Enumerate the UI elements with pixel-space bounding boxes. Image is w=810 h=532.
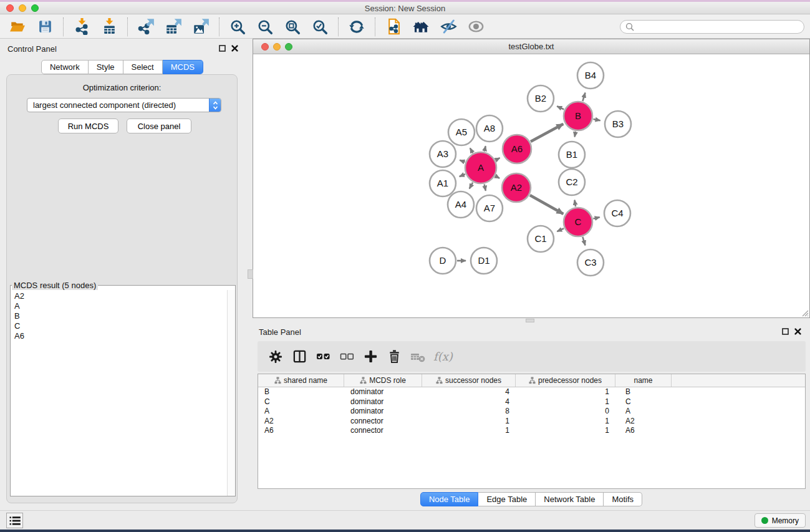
graph-node-C2[interactable]: C2	[559, 169, 585, 195]
delete-table-button[interactable]	[406, 346, 430, 368]
graph-edge-A-A1[interactable]	[460, 174, 465, 177]
table-cell[interactable]: 4	[422, 387, 516, 397]
select-all-columns-button[interactable]	[311, 346, 335, 368]
panel-splitter-handle[interactable]	[526, 319, 534, 322]
table-cell[interactable]: C	[258, 397, 344, 407]
table-cell[interactable]: 0	[516, 407, 615, 417]
column-header-shared-name[interactable]: shared name	[258, 374, 344, 387]
close-panel-icon[interactable]	[794, 328, 801, 335]
table-cell[interactable]: 1	[516, 417, 615, 427]
graph-edge-C-C2[interactable]	[575, 200, 576, 207]
graph-edge-B-B1[interactable]	[575, 132, 576, 137]
graph-edge-A2-C[interactable]	[530, 195, 564, 214]
graph-edge-A-A7[interactable]	[485, 184, 486, 190]
graph-node-A1[interactable]: A1	[430, 170, 456, 196]
mcds-result-item[interactable]: B	[11, 311, 227, 321]
show-columns-button[interactable]	[287, 346, 311, 368]
zoom-fit-button[interactable]	[279, 16, 306, 37]
float-panel-icon[interactable]	[782, 328, 789, 335]
table-cell[interactable]: 8	[422, 407, 516, 417]
table-options-button[interactable]	[264, 346, 287, 368]
result-list-scrollbar[interactable]	[227, 290, 235, 496]
close-panel-icon[interactable]	[231, 45, 238, 52]
table-cell[interactable]: 1	[422, 426, 516, 436]
tab-network[interactable]: Network	[41, 60, 89, 74]
table-row[interactable]: A6connector11A6	[258, 426, 805, 436]
delete-rows-button[interactable]	[382, 346, 406, 368]
graph-edge-A-A6[interactable]	[496, 158, 500, 160]
tab-mcds[interactable]: MCDS	[163, 60, 203, 74]
table-cell[interactable]: C	[615, 397, 672, 407]
resize-grip-icon[interactable]	[801, 309, 809, 317]
graph-edge-C-C1[interactable]	[557, 228, 564, 231]
graph-node-A[interactable]: A	[465, 152, 496, 183]
import-table-button[interactable]	[95, 16, 123, 37]
graph-node-A4[interactable]: A4	[448, 191, 474, 218]
graph-node-A6[interactable]: A6	[503, 135, 531, 163]
save-session-button[interactable]	[31, 16, 59, 37]
graph-edge-B-B4[interactable]	[582, 93, 585, 101]
graph-node-C[interactable]: C	[564, 208, 592, 236]
table-cell[interactable]: A2	[615, 417, 672, 427]
graph-edge-A-A2[interactable]	[496, 176, 500, 178]
add-row-button[interactable]	[359, 346, 382, 368]
column-header-name[interactable]: name	[615, 374, 672, 387]
table-cell[interactable]: dominator	[344, 407, 422, 417]
graph-edge-B-B2[interactable]	[557, 106, 564, 109]
graph-edge-A-A8[interactable]	[485, 146, 486, 151]
table-cell[interactable]: 1	[516, 426, 615, 436]
import-network-button[interactable]	[68, 16, 95, 37]
table-row[interactable]: Cdominator41C	[258, 397, 805, 407]
table-cell[interactable]: A6	[258, 426, 344, 436]
table-tab-network-table[interactable]: Network Table	[536, 492, 604, 506]
table-cell[interactable]: A	[258, 407, 344, 417]
column-header-successor-nodes[interactable]: successor nodes	[422, 374, 516, 387]
network-from-file-button[interactable]	[380, 16, 407, 37]
run-mcds-button[interactable]: Run MCDS	[58, 118, 118, 133]
graph-node-A3[interactable]: A3	[430, 141, 456, 167]
graph-node-C4[interactable]: C4	[604, 200, 630, 226]
column-header-predecessor-nodes[interactable]: predecessor nodes	[516, 374, 615, 387]
zoom-selected-button[interactable]	[306, 16, 334, 37]
table-cell[interactable]: 1	[422, 417, 516, 427]
table-tab-motifs[interactable]: Motifs	[604, 492, 642, 506]
graph-node-D[interactable]: D	[430, 248, 456, 274]
close-panel-button[interactable]: Close panel	[127, 118, 191, 133]
criterion-select[interactable]: largest connected component (directed)	[27, 98, 221, 112]
table-row[interactable]: Bdominator41B	[258, 387, 805, 397]
table-cell[interactable]: 4	[422, 397, 516, 407]
mcds-result-item[interactable]: A2	[11, 291, 227, 301]
table-cell[interactable]: dominator	[344, 397, 422, 407]
table-row[interactable]: Adominator80A	[258, 407, 805, 417]
graph-node-B3[interactable]: B3	[605, 111, 631, 137]
function-builder-button[interactable]: f(x)	[433, 350, 453, 363]
mcds-result-item[interactable]: C	[11, 321, 227, 331]
table-cell[interactable]: A	[615, 407, 672, 417]
graph-edge-C-C4[interactable]	[593, 217, 599, 218]
table-cell[interactable]: connector	[344, 417, 422, 427]
graph-node-C1[interactable]: C1	[528, 226, 554, 252]
export-image-button[interactable]	[187, 16, 215, 37]
graph-node-A2[interactable]: A2	[502, 173, 531, 202]
task-history-button[interactable]	[6, 513, 23, 528]
graph-node-D1[interactable]: D1	[471, 248, 497, 274]
search-box[interactable]	[620, 20, 804, 34]
graph-node-B[interactable]: B	[564, 102, 592, 130]
memory-button[interactable]: Memory	[755, 513, 806, 528]
graph-node-B2[interactable]: B2	[528, 85, 554, 112]
graph-edge-A-A3[interactable]	[460, 160, 465, 162]
table-tab-node-table[interactable]: Node Table	[420, 492, 479, 506]
show-graphics-button[interactable]	[462, 16, 489, 37]
tab-style[interactable]: Style	[89, 60, 123, 74]
table-cell[interactable]: dominator	[344, 387, 422, 397]
float-panel-icon[interactable]	[219, 45, 226, 52]
open-session-button[interactable]	[4, 16, 31, 37]
export-network-button[interactable]	[132, 16, 160, 37]
graph-node-B1[interactable]: B1	[559, 142, 585, 168]
graph-edge-A-A5[interactable]	[470, 148, 473, 153]
graph-edge-A-A4[interactable]	[470, 183, 473, 189]
mcds-result-item[interactable]: A6	[11, 331, 227, 341]
table-cell[interactable]: 1	[516, 397, 615, 407]
table-cell[interactable]: A2	[258, 417, 344, 427]
mcds-result-item[interactable]: A	[11, 301, 227, 311]
